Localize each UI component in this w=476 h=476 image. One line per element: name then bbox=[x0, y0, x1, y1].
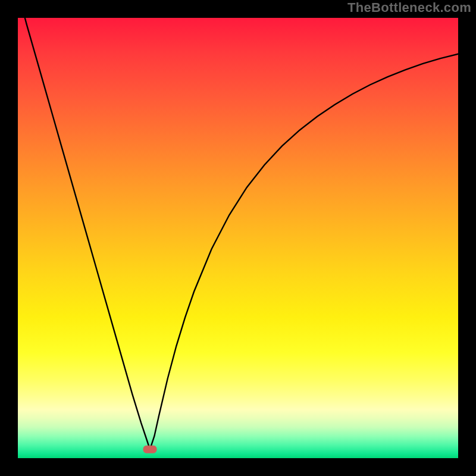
chart-frame: TheBottleneck.com bbox=[0, 0, 476, 476]
bottleneck-curve-svg bbox=[18, 18, 458, 458]
minimum-marker bbox=[143, 446, 156, 453]
bottleneck-curve bbox=[18, 18, 458, 449]
plot-area bbox=[18, 18, 458, 458]
watermark-text: TheBottleneck.com bbox=[347, 0, 471, 15]
